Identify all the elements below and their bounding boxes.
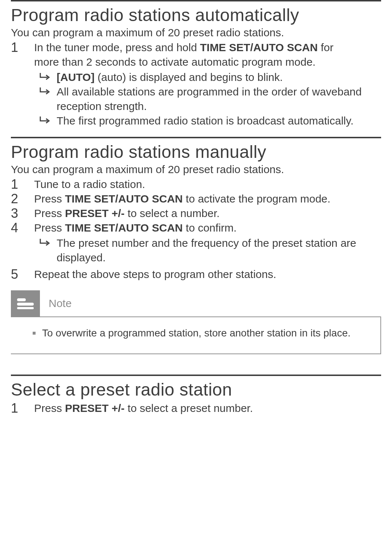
result-item: All available stations are programmed in… xyxy=(34,85,381,114)
step-number: 1 xyxy=(11,40,34,69)
section1-intro: You can program a maximum of 20 preset r… xyxy=(11,26,381,39)
section2-step4-results: The preset number and the frequency of t… xyxy=(11,236,381,265)
result-text: The preset number and the frequency of t… xyxy=(57,236,381,265)
section2-steps-cont: 5 Repeat the above steps to program othe… xyxy=(11,267,381,282)
step-number: 2 xyxy=(11,192,34,206)
note-header: Note xyxy=(11,290,381,316)
svg-rect-0 xyxy=(17,298,26,301)
step: 3 Press PRESET +/- to select a number. xyxy=(11,206,381,221)
step: 5 Repeat the above steps to program othe… xyxy=(11,267,381,282)
step-text: Press TIME SET/AUTO SCAN to conﬁrm. xyxy=(34,221,381,235)
step: 2 Press TIME SET/AUTO SCAN to activate t… xyxy=(11,192,381,206)
result-text: [AUTO] (auto) is displayed and begins to… xyxy=(57,70,381,85)
svg-rect-2 xyxy=(17,307,34,309)
section1-heading: Program radio stations automatically xyxy=(11,5,381,25)
result-arrow-icon xyxy=(34,70,57,81)
step-text: In the tuner mode, press and hold TIME S… xyxy=(34,40,381,69)
note-icon xyxy=(11,290,40,316)
result-text: All available stations are programmed in… xyxy=(57,85,381,114)
step: 4 Press TIME SET/AUTO SCAN to conﬁrm. xyxy=(11,221,381,235)
step-number: 1 xyxy=(11,401,34,416)
result-arrow-icon xyxy=(34,114,57,124)
step-number: 5 xyxy=(11,267,34,282)
result-item: [AUTO] (auto) is displayed and begins to… xyxy=(34,70,381,85)
section3-steps: 1 Press PRESET +/- to select a preset nu… xyxy=(11,401,381,416)
result-arrow-icon xyxy=(34,85,57,95)
note-block: Note To overwrite a programmed station, … xyxy=(11,290,381,354)
note-body: To overwrite a programmed station, store… xyxy=(11,316,381,354)
note-label: Note xyxy=(49,297,72,310)
step: 1 Tune to a radio station. xyxy=(11,177,381,192)
result-item: The preset number and the frequency of t… xyxy=(34,236,381,265)
note-bullet-icon xyxy=(33,332,36,335)
step-number: 1 xyxy=(11,177,34,192)
svg-rect-1 xyxy=(17,303,34,306)
step: 1 In the tuner mode, press and hold TIME… xyxy=(11,40,381,69)
section2-steps: 1 Tune to a radio station. 2 Press TIME … xyxy=(11,177,381,235)
step-text: Press PRESET +/- to select a preset numb… xyxy=(34,401,381,416)
section3-heading: Select a preset radio station xyxy=(11,380,381,400)
divider xyxy=(11,0,381,1)
result-arrow-icon xyxy=(34,236,57,247)
step-number: 3 xyxy=(11,206,34,221)
section1-steps: 1 In the tuner mode, press and hold TIME… xyxy=(11,40,381,69)
result-text: The ﬁrst programmed radio station is bro… xyxy=(57,114,381,128)
section2-heading: Program radio stations manually xyxy=(11,142,381,162)
step-text: Press PRESET +/- to select a number. xyxy=(34,206,381,221)
step-number: 4 xyxy=(11,221,34,235)
step-text: Tune to a radio station. xyxy=(34,177,381,192)
step-text: Press TIME SET/AUTO SCAN to activate the… xyxy=(34,192,381,206)
step: 1 Press PRESET +/- to select a preset nu… xyxy=(11,401,381,416)
section2-intro: You can program a maximum of 20 preset r… xyxy=(11,163,381,176)
divider xyxy=(11,137,381,138)
section1-results: [AUTO] (auto) is displayed and begins to… xyxy=(11,70,381,128)
note-text: To overwrite a programmed station, store… xyxy=(42,327,351,339)
result-item: The ﬁrst programmed radio station is bro… xyxy=(34,114,381,128)
divider xyxy=(11,375,381,376)
manual-page: Program radio stations automatically You… xyxy=(0,0,392,416)
step-text: Repeat the above steps to program other … xyxy=(34,267,381,282)
